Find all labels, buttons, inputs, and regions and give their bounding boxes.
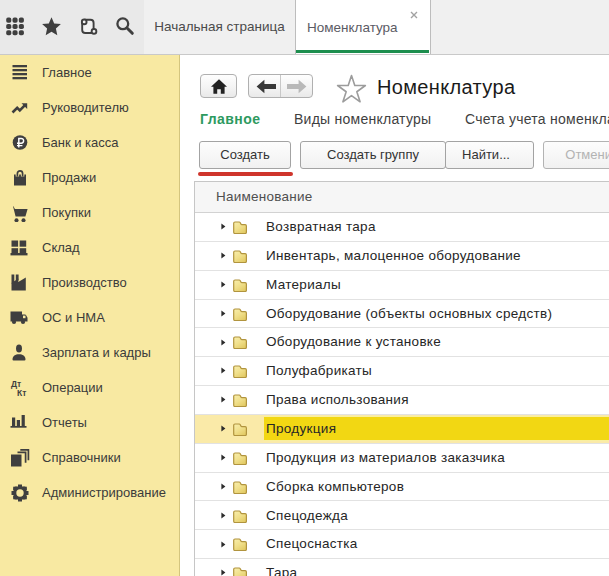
svg-text:Кт: Кт: [17, 388, 26, 397]
